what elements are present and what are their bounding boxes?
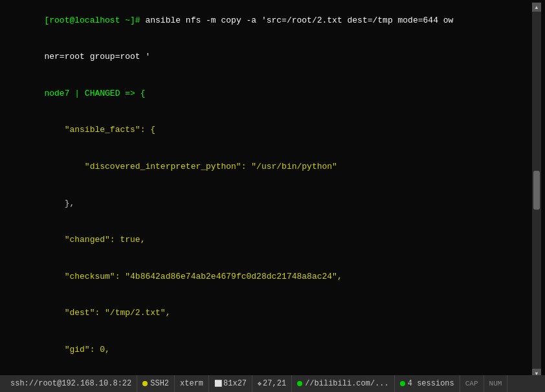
cursor-icon: ✥ (258, 380, 261, 387)
terminal-type-segment: xterm (175, 375, 209, 392)
json-line-close-facts: }, (4, 186, 532, 223)
cursor-pos-label: 27,21 (263, 379, 286, 388)
protocol-icon (142, 381, 148, 386)
json-line-dest: "dest": "/tmp/2.txt", (4, 295, 532, 332)
terminal-type-label: xterm (180, 379, 203, 388)
json-line-checksum: "checksum": "4b8642ad86e74ab2e4679fc0d28… (4, 259, 532, 296)
network-icon (297, 381, 302, 386)
ssh-label: ssh://root@192.168.10.8:22 (10, 379, 131, 388)
json-line-ansible-facts: "ansible_facts": { (4, 113, 532, 149)
cmd-line-1: [root@localhost ~]# ansible nfs -m copy … (4, 3, 532, 39)
cmd-text-1: ansible nfs -m copy -a 'src=/root/2.txt … (145, 16, 453, 25)
num-label: NUM (489, 380, 502, 387)
scrollbar[interactable]: ▲ ▼ (532, 3, 541, 375)
dimensions-label: 81x27 (223, 379, 247, 388)
url-segment: //bilibili.com/... (292, 375, 395, 392)
caps-label: CAP (465, 380, 478, 387)
json-line-gid: "gid": 0, (4, 332, 532, 369)
cmd-line-1b: ner=root group=root ' (4, 39, 532, 76)
scrollbar-thumb[interactable] (533, 171, 540, 210)
statusbar: ssh://root@192.168.10.8:22 SSH2 xterm ⬜ … (0, 375, 545, 392)
dimensions-segment: ⬜ 81x27 (209, 375, 252, 392)
prompt-1: [root@localhost ~]# (44, 16, 145, 25)
scrollbar-up-button[interactable]: ▲ (532, 3, 541, 12)
scrollbar-down-button[interactable]: ▼ (532, 369, 541, 375)
caps-segment: CAP (460, 375, 484, 392)
node-changed-line-1: node7 | CHANGED => { (4, 76, 532, 113)
protocol-label: SSH2 (150, 379, 169, 388)
sessions-label: 4 sessions (408, 379, 454, 388)
ssh-info: ssh://root@192.168.10.8:22 (5, 375, 137, 392)
cursor-pos-segment: ✥ 27,21 (252, 375, 292, 392)
protocol-segment: SSH2 (137, 375, 175, 392)
sessions-segment: 4 sessions (395, 375, 460, 392)
json-line-python: "discovered_interpreter_python": "/usr/b… (4, 149, 532, 186)
sessions-icon (400, 381, 405, 386)
json-line-changed: "changed": true, (4, 222, 532, 259)
terminal: [root@localhost ~]# ansible nfs -m copy … (0, 0, 545, 375)
json-line-group: "group": "root", (4, 368, 532, 375)
num-segment: NUM (484, 375, 508, 392)
dimensions-icon: ⬜ (214, 380, 222, 387)
url-label: //bilibili.com/... (305, 379, 389, 388)
